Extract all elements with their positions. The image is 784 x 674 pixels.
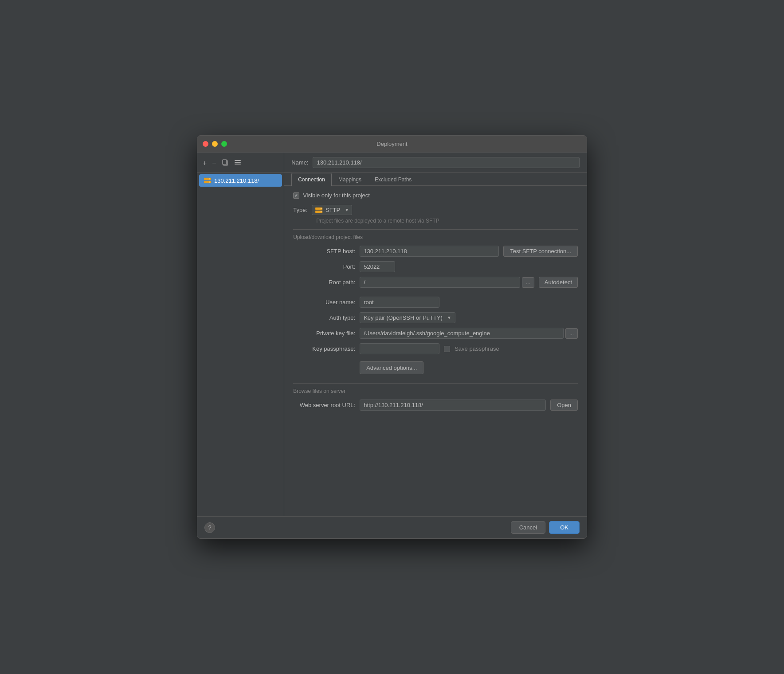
maximize-button[interactable] [221, 141, 227, 147]
server-icon [204, 176, 212, 184]
deployment-window: Deployment + − [197, 135, 587, 539]
name-row: Name: [284, 153, 587, 173]
web-server-label: Web server root URL: [293, 402, 355, 408]
test-sftp-button[interactable]: Test SFTP connection... [503, 246, 578, 257]
private-key-input[interactable] [360, 328, 564, 339]
user-name-row: User name: [293, 297, 578, 308]
private-key-label: Private key file: [293, 330, 355, 337]
remove-server-button[interactable]: − [210, 158, 218, 168]
port-label: Port: [293, 263, 355, 270]
root-path-label: Root path: [293, 279, 355, 286]
dropdown-arrow-icon: ▼ [345, 208, 349, 212]
footer: ? Cancel OK [197, 516, 587, 538]
autodetect-button[interactable]: Autodetect [539, 277, 578, 288]
name-label: Name: [291, 159, 308, 166]
key-passphrase-row: Key passphrase: Save passphrase [293, 343, 578, 354]
settings-icon [234, 159, 241, 166]
web-server-row: Web server root URL: Open [293, 400, 578, 411]
main-layout: + − [197, 153, 587, 516]
help-button[interactable]: ? [204, 522, 215, 533]
add-server-button[interactable]: + [201, 158, 208, 168]
type-label: Type: [293, 207, 307, 213]
user-name-label: User name: [293, 299, 355, 306]
svg-rect-2 [235, 160, 241, 161]
tab-connection[interactable]: Connection [291, 173, 332, 186]
auth-type-select-text: Key pair (OpenSSH or PuTTY) [364, 314, 443, 321]
titlebar: Deployment [197, 136, 587, 153]
ok-button[interactable]: OK [549, 521, 580, 534]
minimize-button[interactable] [212, 141, 218, 147]
upload-section-label: Upload/download project files [293, 234, 578, 240]
svg-rect-3 [235, 162, 241, 163]
auth-type-label: Auth type: [293, 314, 355, 321]
svg-rect-4 [235, 164, 241, 165]
name-input[interactable] [313, 157, 580, 168]
save-passphrase-checkbox[interactable] [444, 346, 450, 352]
copy-icon [222, 159, 229, 166]
root-path-row: Root path: ... Autodetect [293, 277, 578, 288]
visible-only-checkbox[interactable] [293, 192, 299, 199]
svg-point-7 [209, 179, 210, 180]
visible-only-row: Visible only for this project [293, 192, 578, 199]
close-button[interactable] [203, 141, 208, 147]
type-description: Project files are deployed to a remote h… [316, 218, 578, 224]
save-passphrase-row: Save passphrase [444, 345, 499, 352]
private-key-wrapper: ... [360, 328, 578, 339]
private-key-row: Private key file: ... [293, 328, 578, 339]
cancel-button[interactable]: Cancel [511, 521, 545, 534]
visible-only-label: Visible only for this project [303, 192, 370, 199]
tab-excluded-paths[interactable]: Excluded Paths [368, 173, 418, 186]
root-path-input[interactable] [360, 277, 520, 288]
port-row: Port: [293, 261, 578, 272]
key-passphrase-label: Key passphrase: [293, 345, 355, 352]
save-passphrase-label: Save passphrase [455, 345, 499, 352]
type-icon [315, 207, 323, 213]
root-path-wrapper: ... [360, 277, 534, 288]
sidebar: + − [197, 153, 284, 516]
private-key-browse-button[interactable]: ... [565, 328, 578, 339]
footer-actions: Cancel OK [511, 521, 580, 534]
tab-mappings[interactable]: Mappings [332, 173, 368, 186]
tabs-row: Connection Mappings Excluded Paths [284, 173, 587, 186]
content-area: Name: Connection Mappings Excluded Paths… [284, 153, 587, 516]
titlebar-buttons [203, 141, 227, 147]
browse-section-label: Browse files on server [293, 388, 578, 394]
copy-server-button[interactable] [220, 158, 231, 168]
browse-server-section: Browse files on server Web server root U… [293, 383, 578, 411]
open-button[interactable]: Open [550, 400, 578, 411]
tab-content-connection: Visible only for this project Type: SFTP [284, 186, 587, 516]
sidebar-toolbar: + − [197, 156, 284, 172]
user-name-input[interactable] [360, 297, 439, 308]
sidebar-item-server[interactable]: 130.211.210.118/ [199, 174, 282, 187]
settings-server-button[interactable] [232, 158, 243, 168]
type-select[interactable]: SFTP ▼ [312, 205, 352, 215]
root-path-browse-button[interactable]: ... [522, 277, 534, 288]
type-select-text: SFTP [325, 207, 340, 213]
sftp-host-row: SFTP host: Test SFTP connection... [293, 246, 578, 257]
sidebar-item-label: 130.211.210.118/ [214, 177, 259, 184]
svg-point-8 [209, 182, 210, 183]
svg-point-12 [321, 211, 321, 212]
auth-dropdown-arrow-icon: ▼ [447, 315, 451, 320]
key-passphrase-input[interactable] [360, 343, 439, 354]
auth-type-select[interactable]: Key pair (OpenSSH or PuTTY) ▼ [360, 312, 455, 323]
svg-rect-1 [223, 160, 227, 165]
web-server-url-input[interactable] [360, 400, 546, 411]
port-input[interactable] [360, 261, 395, 272]
auth-type-row: Auth type: Key pair (OpenSSH or PuTTY) ▼ [293, 312, 578, 323]
type-row: Type: SFTP ▼ [293, 205, 578, 215]
advanced-options-button[interactable]: Advanced options... [360, 361, 423, 374]
sftp-host-label: SFTP host: [293, 248, 355, 255]
sftp-host-input[interactable] [360, 246, 499, 257]
svg-point-11 [321, 208, 321, 209]
window-title: Deployment [376, 141, 407, 147]
